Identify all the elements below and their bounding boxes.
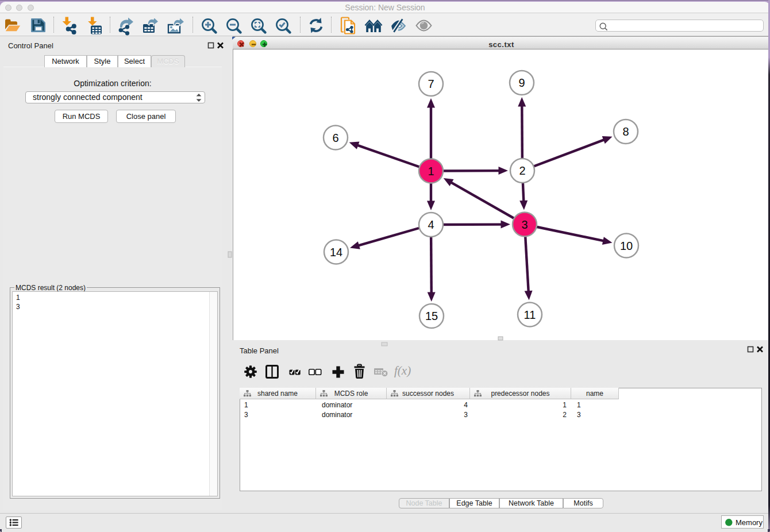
svg-text:4: 4 bbox=[428, 218, 434, 231]
svg-text:2: 2 bbox=[519, 164, 525, 177]
svg-text:10: 10 bbox=[620, 240, 633, 252]
svg-text:15: 15 bbox=[425, 310, 438, 322]
svg-text:14: 14 bbox=[330, 246, 342, 259]
svg-text:8: 8 bbox=[622, 125, 629, 138]
svg-text:9: 9 bbox=[518, 76, 525, 89]
svg-text:7: 7 bbox=[428, 78, 434, 90]
svg-text:11: 11 bbox=[524, 309, 536, 321]
svg-text:3: 3 bbox=[521, 218, 528, 231]
svg-text:1: 1 bbox=[428, 165, 434, 178]
svg-text:6: 6 bbox=[332, 132, 338, 144]
